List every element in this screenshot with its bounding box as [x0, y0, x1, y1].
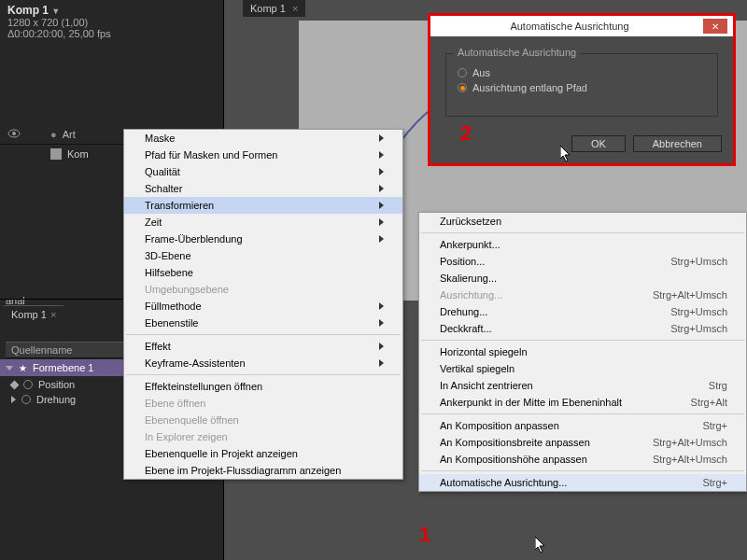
menu-item-label: Schalter [145, 183, 182, 194]
auto-orient-dialog: Automatische Ausrichtung ✕ Automatische … [428, 13, 736, 166]
menu-item[interactable]: 3D-Ebene [124, 247, 402, 264]
submenu-arrow-icon [379, 134, 384, 142]
menu-item-label: Ebene öffnen [145, 398, 205, 409]
menu-item[interactable]: Maske [124, 130, 402, 147]
menu-item[interactable]: Ebenenstile [124, 315, 402, 331]
radio-off[interactable]: Aus [458, 67, 706, 78]
keyframe-icon[interactable] [10, 380, 20, 389]
layer-context-menu[interactable]: MaskePfad für Masken und FormenQualitätS… [123, 129, 403, 480]
stopwatch-icon[interactable] [23, 380, 33, 389]
menu-shortcut: Strg+Alt+Umsch [653, 289, 727, 301]
submenu-arrow-icon [379, 359, 384, 367]
project-item-name: Kom [67, 148, 89, 160]
menu-item[interactable]: Ebene im Projekt-Flussdiagramm anzeigen [124, 462, 402, 479]
dialog-title: Automatische Ausrichtung [436, 21, 703, 32]
menu-item[interactable]: Drehung...Strg+Umsch [419, 303, 746, 320]
menu-item-label: Hilfsebene [145, 267, 193, 278]
menu-item-label: Umgebungsebene [145, 284, 229, 295]
menu-item[interactable]: An Kompositionshöhe anpassenStrg+Alt+Ums… [419, 451, 746, 468]
radio-icon[interactable] [458, 83, 467, 92]
menu-item[interactable]: Keyframe-Assistenten [124, 355, 402, 371]
menu-item-label: Frame-Überblendung [145, 233, 243, 245]
submenu-arrow-icon [379, 319, 384, 327]
menu-item[interactable]: Schalter [124, 180, 402, 197]
fieldset-legend: Automatische Ausrichtung [454, 47, 580, 58]
viewer-tab[interactable]: Komp 1 × [243, 0, 305, 17]
menu-item[interactable]: Qualität [124, 163, 402, 180]
menu-item-label: Effekteinstellungen öffnen [145, 381, 262, 392]
dropdown-arrow-icon[interactable]: ▼ [51, 7, 60, 16]
menu-shortcut: Strg+Umsch [670, 306, 727, 317]
menu-item[interactable]: Hilfsebene [124, 264, 402, 281]
menu-item[interactable]: Effekt [124, 338, 402, 355]
menu-item: In Explorer zeigen [124, 428, 402, 445]
menu-item[interactable]: Deckkraft...Strg+Umsch [419, 320, 746, 337]
close-icon[interactable]: × [50, 309, 56, 320]
cancel-button[interactable]: Abbrechen [633, 135, 722, 152]
menu-item-label: Vertikal spiegeln [440, 363, 514, 374]
menu-item-label: Automatische Ausrichtung... [440, 477, 567, 488]
close-icon[interactable]: × [289, 3, 298, 14]
comp-name: Komp 1 [7, 4, 49, 17]
submenu-arrow-icon [379, 343, 384, 350]
menu-item-label: Zeit [145, 217, 162, 228]
menu-item-label: Ebenenquelle in Projekt anzeigen [145, 448, 298, 459]
twirl-right-icon[interactable] [11, 396, 16, 403]
menu-shortcut: Strg+Alt+Umsch [653, 454, 727, 465]
annotation-number-1: 1 [419, 523, 430, 547]
timeline-tab[interactable]: Komp 1× [4, 305, 63, 323]
menu-item-label: Qualität [145, 166, 180, 177]
menu-item[interactable]: Zurücksetzen [419, 213, 746, 230]
dialog-titlebar[interactable]: Automatische Ausrichtung ✕ [430, 16, 733, 36]
menu-item-label: Ebene im Projekt-Flussdiagramm anzeigen [145, 465, 341, 476]
menu-item-label: Füllmethode [145, 301, 202, 312]
comp-duration: Δ0:00:20:00, 25,00 fps [7, 28, 216, 39]
submenu-arrow-icon [379, 185, 384, 192]
menu-item-label: Skalierung... [440, 273, 497, 284]
submenu-arrow-icon [379, 168, 384, 175]
submenu-arrow-icon [379, 151, 384, 159]
bullet-icon: ● [50, 129, 57, 140]
ok-button[interactable]: OK [571, 135, 626, 152]
menu-item-label: In Ansicht zentrieren [440, 380, 533, 391]
menu-item[interactable]: Position...Strg+Umsch [419, 253, 746, 270]
menu-item[interactable]: Ankerpunkt... [419, 236, 746, 253]
menu-item[interactable]: Füllmethode [124, 298, 402, 315]
menu-item[interactable]: Horizontal spiegeln [419, 343, 746, 360]
radio-icon[interactable] [458, 68, 467, 77]
menu-item[interactable]: Skalierung... [419, 270, 746, 287]
menu-item[interactable]: Transformieren [124, 197, 402, 214]
menu-item: Ebene öffnen [124, 395, 402, 412]
annotation-number-2: 2 [460, 121, 472, 146]
menu-item[interactable]: Frame-Überblendung [124, 231, 402, 247]
menu-item[interactable]: Effekteinstellungen öffnen [124, 378, 402, 395]
auto-orient-group: Automatische Ausrichtung Aus Ausrichtung… [445, 53, 718, 117]
menu-item-label: In Explorer zeigen [145, 431, 228, 442]
menu-shortcut: Strg+Alt [691, 397, 727, 408]
menu-item[interactable]: Pfad für Masken und Formen [124, 147, 402, 163]
stopwatch-icon[interactable] [21, 395, 31, 404]
close-button[interactable]: ✕ [703, 19, 727, 34]
menu-item[interactable]: Ankerpunkt in der Mitte im EbeneninhaltS… [419, 394, 746, 411]
twirl-down-icon[interactable] [6, 366, 13, 371]
menu-item[interactable]: An Kompositionsbreite anpassenStrg+Alt+U… [419, 434, 746, 451]
radio-orient-along-path[interactable]: Ausrichtung entlang Pfad [458, 82, 706, 93]
menu-item-label: Drehung... [440, 306, 487, 317]
submenu-arrow-icon [379, 218, 384, 226]
menu-item[interactable]: Vertikal spiegeln [419, 360, 746, 377]
menu-item[interactable]: An Komposition anpassenStrg+ [419, 417, 746, 434]
menu-shortcut: Strg+Umsch [670, 256, 727, 267]
eye-icon [7, 129, 21, 140]
transform-submenu[interactable]: ZurücksetzenAnkerpunkt...Position...Strg… [418, 212, 747, 492]
menu-item-label: Zurücksetzen [440, 216, 501, 227]
menu-item-label: Keyframe-Assistenten [145, 357, 246, 369]
menu-item[interactable]: Automatische Ausrichtung...Strg+ [419, 474, 746, 491]
submenu-arrow-icon [379, 202, 384, 209]
source-name-column[interactable]: Quellenname [6, 342, 136, 358]
menu-item[interactable]: In Ansicht zentrierenStrg [419, 377, 746, 394]
shape-layer-icon: ★ [19, 363, 27, 373]
menu-item-label: Position... [440, 256, 485, 267]
property-name: Position [38, 379, 75, 390]
menu-item[interactable]: Zeit [124, 214, 402, 231]
menu-item[interactable]: Ebenenquelle in Projekt anzeigen [124, 445, 402, 462]
